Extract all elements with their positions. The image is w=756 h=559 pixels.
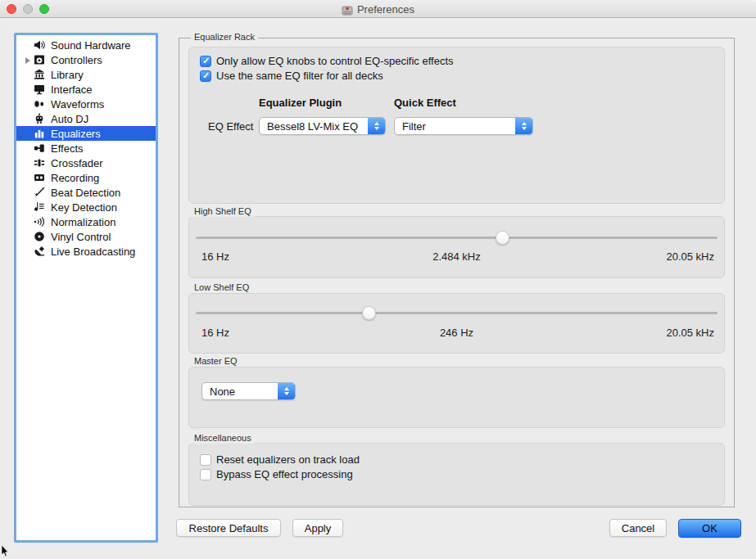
- sidebar-item-label: Recording: [51, 172, 99, 184]
- disclosure-spacer: [24, 188, 33, 197]
- sidebar-item-equalizers[interactable]: Equalizers: [16, 126, 156, 141]
- low-shelf-value-label: 246 Hz: [189, 327, 724, 339]
- ok-button[interactable]: OK: [678, 519, 741, 538]
- sidebar-item-key-detection[interactable]: Key Detection: [16, 200, 156, 214]
- reset-eq-checkbox-label: Reset equalizers on track load: [216, 453, 360, 466]
- group-title-miscellaneous: Miscellaneous: [191, 433, 255, 444]
- equalizer-bars-icon: [33, 128, 45, 139]
- reset-eq-checkbox[interactable]: [200, 454, 211, 466]
- disclosure-spacer: [24, 41, 33, 50]
- sidebar-item-label: Library: [51, 69, 84, 81]
- high-shelf-max-label: 20.05 kHz: [666, 250, 714, 263]
- controller-icon: [33, 54, 45, 65]
- dropdown-arrows-icon: [368, 118, 385, 134]
- eq-knobs-checkbox[interactable]: [200, 56, 211, 67]
- sidebar-item-library[interactable]: Library: [16, 67, 156, 82]
- bypass-eq-checkbox[interactable]: [200, 469, 211, 480]
- loudness-waves-icon: [33, 216, 45, 228]
- sidebar-item-label: Waveforms: [51, 98, 104, 110]
- checkbox-row-same-filter[interactable]: Use the same EQ filter for all decks: [200, 70, 383, 82]
- preferences-window-icon: [342, 4, 353, 15]
- effects-icon: [33, 142, 45, 154]
- bypass-eq-checkbox-label: Bypass EQ effect processing: [216, 468, 353, 480]
- low-shelf-slider-handle[interactable]: [362, 306, 376, 320]
- group-title-master-eq: Master EQ: [191, 356, 241, 367]
- equalizer-plugin-dropdown-value: Bessel8 LV-Mix EQ: [260, 120, 368, 133]
- high-shelf-slider-track[interactable]: [196, 237, 718, 239]
- disclosure-spacer: [24, 115, 33, 124]
- sidebar-item-label: Beat Detection: [51, 187, 120, 199]
- music-key-icon: [33, 201, 45, 213]
- library-icon: [33, 69, 45, 80]
- sidebar-item-label: Vinyl Control: [51, 231, 111, 243]
- high-shelf-slider[interactable]: [196, 231, 718, 245]
- monitor-icon: [33, 83, 45, 95]
- sidebar-item-vinyl-control[interactable]: Vinyl Control: [16, 229, 156, 244]
- disclosure-spacer: [24, 232, 33, 241]
- mouse-cursor: [1, 545, 10, 559]
- checkbox-row-eq-knobs[interactable]: Only allow EQ knobs to control EQ-specif…: [200, 55, 454, 67]
- cassette-icon: [33, 172, 45, 183]
- sidebar-item-label: Crossfader: [51, 157, 103, 169]
- sidebar-item-beat-detection[interactable]: Beat Detection: [16, 185, 156, 200]
- sidebar-item-label: Sound Hardware: [51, 39, 131, 52]
- sidebar-item-label: Effects: [51, 142, 84, 155]
- sidebar-item-label: Controllers: [51, 54, 102, 66]
- sidebar-item-crossfader[interactable]: Crossfader: [16, 156, 156, 170]
- quick-effect-dropdown[interactable]: Filter: [394, 117, 533, 135]
- same-filter-checkbox-label: Use the same EQ filter for all decks: [216, 70, 383, 82]
- equalizer-plugin-dropdown[interactable]: Bessel8 LV-Mix EQ: [259, 117, 386, 135]
- disclosure-spacer: [24, 129, 33, 138]
- restore-defaults-button[interactable]: Restore Defaults: [176, 519, 281, 537]
- high-shelf-value-label: 2.484 kHz: [189, 250, 724, 263]
- sidebar-item-label: Live Broadcasting: [51, 246, 135, 258]
- preferences-window: Preferences Sound HardwareControllersLib…: [0, 0, 756, 559]
- group-equalizer-rack: Only allow EQ knobs to control EQ-specif…: [188, 47, 725, 204]
- low-shelf-max-label: 20.05 kHz: [666, 327, 714, 339]
- disclosure-spacer: [24, 159, 33, 168]
- master-eq-dropdown-value: None: [202, 385, 278, 398]
- master-eq-dropdown[interactable]: None: [201, 382, 296, 400]
- sidebar-item-waveforms[interactable]: Waveforms: [16, 97, 156, 111]
- quick-effect-dropdown-value: Filter: [395, 120, 515, 133]
- sidebar-item-label: Equalizers: [51, 128, 101, 140]
- sidebar-item-auto-dj[interactable]: Auto DJ: [16, 111, 156, 126]
- low-shelf-slider-track[interactable]: [196, 312, 718, 314]
- sidebar-item-label: Interface: [51, 83, 93, 96]
- sidebar-item-recording[interactable]: Recording: [16, 170, 156, 185]
- titlebar[interactable]: Preferences: [0, 0, 756, 18]
- disclosure-spacer: [24, 144, 33, 153]
- apply-button[interactable]: Apply: [292, 519, 343, 537]
- group-master-eq: None: [188, 367, 725, 428]
- sidebar-item-label: Normalization: [51, 216, 115, 228]
- waveform-icon: [33, 98, 45, 110]
- disclosure-spacer: [24, 203, 33, 212]
- sidebar-item-sound-hardware[interactable]: Sound Hardware: [16, 38, 156, 52]
- preferences-category-list[interactable]: Sound HardwareControllersLibraryInterfac…: [14, 33, 158, 543]
- high-shelf-slider-handle[interactable]: [496, 231, 509, 245]
- eq-knobs-checkbox-label: Only allow EQ knobs to control EQ-specif…: [216, 55, 454, 67]
- sidebar-item-label: Auto DJ: [51, 113, 88, 125]
- group-title-high-shelf: High Shelf EQ: [191, 206, 255, 217]
- sidebar-item-interface[interactable]: Interface: [16, 82, 156, 97]
- checkbox-row-reset-eq[interactable]: Reset equalizers on track load: [200, 453, 360, 466]
- window-title: Preferences: [357, 3, 414, 16]
- disclosure-spacer: [24, 70, 33, 79]
- sidebar-item-normalization[interactable]: Normalization: [16, 214, 156, 229]
- checkbox-row-bypass-eq[interactable]: Bypass EQ effect processing: [200, 468, 353, 480]
- sidebar-item-effects[interactable]: Effects: [16, 141, 156, 156]
- disclosure-spacer: [24, 218, 33, 227]
- sidebar-item-live-broadcasting[interactable]: Live Broadcasting: [16, 244, 156, 259]
- satellite-icon: [33, 246, 45, 257]
- robot-icon: [33, 113, 45, 124]
- disclosure-spacer: [24, 100, 33, 109]
- crossfader-icon: [33, 157, 45, 169]
- disclosure-triangle-icon[interactable]: [24, 56, 33, 65]
- sidebar-item-controllers[interactable]: Controllers: [16, 52, 156, 67]
- group-title-equalizer-rack: Equalizer Rack: [191, 32, 258, 43]
- beat-icon: [33, 187, 45, 198]
- same-filter-checkbox[interactable]: [200, 70, 211, 82]
- low-shelf-slider[interactable]: [196, 306, 718, 320]
- vinyl-icon: [33, 231, 45, 242]
- cancel-button[interactable]: Cancel: [609, 519, 667, 537]
